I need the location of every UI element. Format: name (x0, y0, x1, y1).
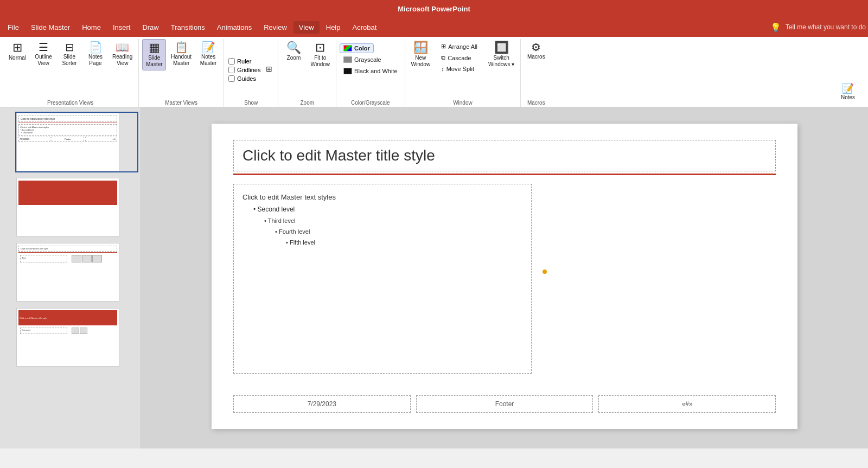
menu-file[interactable]: File (2, 21, 24, 34)
canvas-area: Click to edit Master title style Click t… (141, 107, 868, 448)
menu-help[interactable]: Help (321, 21, 346, 34)
ribbon-btn-color[interactable]: Color (340, 43, 374, 53)
ribbon-group-master-views: ▦ Slide Master 📋 Handout Master 📝 Notes … (139, 39, 224, 107)
guides-checkbox[interactable]: Guides (227, 75, 261, 82)
title-placeholder[interactable]: Click to edit Master title style (233, 140, 776, 171)
slide-thumb-4[interactable]: Click to edit Master title style Text co… (15, 307, 138, 368)
master-views-label: Master Views (142, 99, 220, 107)
bullet-2: • (253, 206, 256, 213)
macros-label: Macros (524, 99, 548, 107)
ribbon-btn-reading-view[interactable]: 📖 Reading View (110, 39, 135, 69)
reading-view-icon: 📖 (116, 42, 129, 53)
slide-panel: 1 Click to edit Master title style Click… (0, 107, 141, 448)
ribbon-btn-grayscale[interactable]: Grayscale (340, 55, 385, 65)
zoom-icon: 🔍 (286, 42, 301, 54)
outline-icon: ☰ (39, 42, 48, 53)
ribbon-group-macros: ⚙ Macros Macros (521, 39, 551, 107)
gridlines-checkbox[interactable]: Gridlines (227, 66, 261, 74)
ribbon: ⊞ Normal ☰ Outline View ⊟ Slide Sorter 📄… (0, 37, 868, 107)
content-level-5: • Fifth level (286, 239, 522, 246)
ribbon-group-color-grayscale: Color Grayscale Black and White Color/Gr… (336, 39, 405, 107)
notes-button[interactable]: 📝 Notes (834, 81, 861, 104)
handout-master-icon: 📋 (175, 42, 188, 53)
notes-icon: 📝 (842, 84, 854, 93)
ribbon-btn-handout-master[interactable]: 📋 Handout Master (168, 39, 194, 69)
slide-thumb-inner-3: Click to edit Master title style Text (16, 243, 119, 302)
ruler-checkbox[interactable]: Ruler (227, 57, 261, 65)
ribbon-btn-slide-master[interactable]: ▦ Slide Master (142, 39, 166, 70)
menu-slide-master[interactable]: Slide Master (25, 21, 75, 34)
menu-acrobat[interactable]: Acrobat (347, 21, 382, 34)
grayscale-swatch (343, 56, 352, 63)
expand-icon: ⊞ (266, 65, 272, 74)
slide-thumb-inner-2 (16, 178, 119, 236)
ribbon-btn-macros[interactable]: ⚙ Macros (524, 39, 548, 63)
arrange-all-icon: ⊞ (441, 43, 446, 50)
ribbon-group-show: Ruler Gridlines Guides ⊞ Show (224, 39, 278, 107)
footer-right[interactable]: «#» (598, 395, 776, 413)
menu-view[interactable]: View (293, 21, 320, 34)
notes-page-icon: 📄 (89, 42, 103, 53)
footer-date[interactable]: 7/29/2023 (233, 395, 411, 413)
ribbon-btn-notes-page[interactable]: 📄 Notes Page (84, 39, 107, 69)
orange-dot (542, 270, 547, 274)
ribbon-group-window: 🪟 New Window ⊞ Arrange All ⧉ Cascade ↕ M… (405, 39, 521, 107)
red-divider (233, 174, 776, 175)
menu-home[interactable]: Home (76, 21, 106, 34)
slide-title-text: Click to edit Master title style (242, 147, 435, 164)
slide-thumb-2[interactable] (15, 177, 138, 238)
ribbon-btn-switch-windows[interactable]: 🔲 Switch Windows ▾ (486, 39, 517, 70)
ribbon-group-zoom: 🔍 Zoom ⊡ Fit to Window Zoom (278, 39, 336, 107)
tell-me-icon: 💡 (770, 22, 781, 33)
ribbon-btn-black-white[interactable]: Black and White (340, 66, 401, 76)
ribbon-btn-zoom[interactable]: 🔍 Zoom (282, 39, 305, 64)
window-label: Window (409, 99, 518, 107)
menu-transitions[interactable]: Transitions (165, 21, 210, 34)
slide-thumb-3[interactable]: Click to edit Master title style Text (15, 242, 138, 303)
macros-icon: ⚙ (531, 42, 541, 53)
ribbon-btn-new-window[interactable]: 🪟 New Window (409, 39, 433, 70)
slide-master-icon: ▦ (149, 42, 160, 54)
show-label: Show (227, 99, 275, 107)
content-level-4: • Fourth level (275, 228, 522, 235)
ribbon-btn-arrange-all[interactable]: ⊞ Arrange All (437, 41, 481, 52)
menu-draw[interactable]: Draw (137, 21, 164, 34)
content-level-3: • Third level (264, 217, 522, 224)
cascade-icon: ⧉ (441, 54, 445, 61)
normal-icon: ⊞ (12, 42, 22, 54)
bullet-4: • (275, 228, 277, 235)
main-area: 1 Click to edit Master title style Click… (0, 107, 868, 448)
footer-center[interactable]: Footer (416, 395, 593, 413)
slide-thumb-1[interactable]: Click to edit Master title style Click t… (15, 112, 138, 172)
slide-thumb-inner-4: Click to edit Master title style Text co… (16, 308, 119, 367)
menu-review[interactable]: Review (258, 21, 292, 34)
slide-sorter-icon: ⊟ (65, 42, 74, 53)
menu-animations[interactable]: Animations (212, 21, 257, 34)
content-placeholder[interactable]: Click to edit Master text styles • Secon… (233, 184, 532, 374)
notes-master-icon: 📝 (202, 42, 215, 53)
app-title: Microsoft PowerPoint (398, 5, 470, 13)
menu-insert[interactable]: Insert (107, 21, 136, 34)
ribbon-btn-fit-window[interactable]: ⊡ Fit to Window (308, 39, 333, 70)
color-swatch (343, 45, 352, 52)
presentation-views-label: Presentation Views (5, 99, 135, 107)
content-level-2: • Second level (253, 206, 522, 213)
ribbon-btn-move-split[interactable]: ↕ Move Split (437, 64, 481, 74)
ribbon-btn-notes-master[interactable]: 📝 Notes Master (196, 39, 220, 69)
menu-bar: File Slide Master Home Insert Draw Trans… (0, 17, 868, 37)
content-header: Click to edit Master text styles (242, 193, 522, 201)
zoom-label: Zoom (282, 99, 333, 107)
fit-window-icon: ⊡ (315, 42, 325, 54)
ribbon-btn-normal[interactable]: ⊞ Normal (5, 39, 29, 64)
bullet-5: • (286, 239, 288, 246)
bullet-3: • (264, 217, 266, 224)
show-expand-btn[interactable]: ⊞ (264, 63, 275, 75)
tell-me-label[interactable]: Tell me what you want to do (786, 23, 866, 31)
ribbon-btn-slide-sorter[interactable]: ⊟ Slide Sorter (58, 39, 81, 69)
switch-windows-icon: 🔲 (494, 42, 509, 54)
bw-swatch (343, 68, 352, 74)
ribbon-btn-outline-view[interactable]: ☰ Outline View (31, 39, 55, 69)
slide-canvas: Click to edit Master title style Click t… (212, 124, 797, 429)
ribbon-btn-cascade[interactable]: ⧉ Cascade (437, 53, 481, 63)
slide-thumb-inner-1: Click to edit Master title style Click t… (16, 113, 119, 171)
